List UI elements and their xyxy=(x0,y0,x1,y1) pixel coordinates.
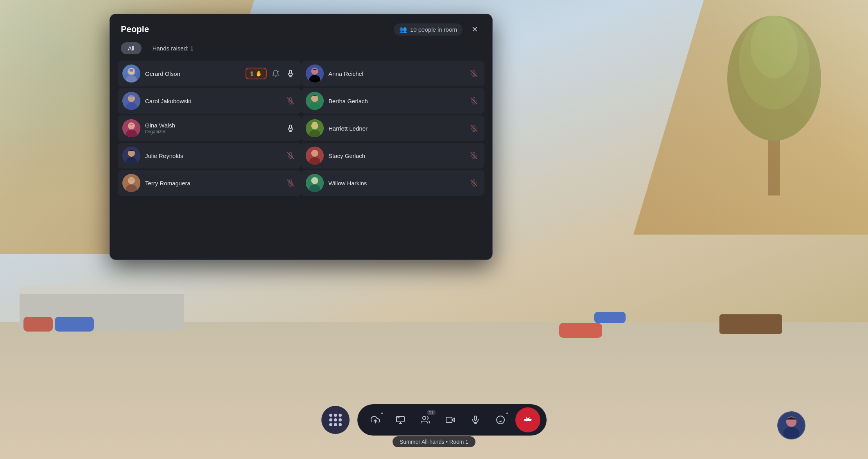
person-name-bertha: Bertha Gerlach xyxy=(328,98,468,104)
svg-line-8 xyxy=(278,71,279,72)
person-actions-stacy xyxy=(468,150,480,161)
mic-icon-anna xyxy=(468,68,480,79)
person-role-gina: Organizer xyxy=(145,129,285,134)
share-icon xyxy=(371,415,380,425)
tabs-row: All Hands raised: 1 xyxy=(110,42,492,61)
person-actions-bertha xyxy=(468,95,480,107)
svg-rect-7 xyxy=(129,69,133,72)
hand-count: 1 xyxy=(250,70,253,77)
apps-button[interactable] xyxy=(321,406,350,434)
person-row-julie[interactable]: Julie Reynolds xyxy=(118,143,301,169)
people-grid: Gerard Olson 1 ✋ xyxy=(110,61,492,197)
main-toolbar: ▲ 11 xyxy=(357,404,547,436)
avatar-julie xyxy=(122,147,140,165)
person-info-gina: Gina Walsh Organizer xyxy=(145,122,285,134)
bottom-toolbar-container: ▲ 11 xyxy=(321,404,547,436)
mic-icon-bertha xyxy=(468,95,480,107)
svg-point-34 xyxy=(128,122,135,129)
share-button[interactable]: ▲ xyxy=(364,408,387,432)
person-row-bertha[interactable]: Bertha Gerlach xyxy=(301,88,484,114)
person-name-julie: Julie Reynolds xyxy=(145,152,285,159)
person-actions-willow xyxy=(468,177,480,189)
svg-point-61 xyxy=(128,177,135,184)
svg-rect-75 xyxy=(396,416,404,422)
person-info-terry: Terry Romaguera xyxy=(145,180,285,186)
person-row-terry[interactable]: Terry Romaguera xyxy=(118,170,301,196)
user-avatar[interactable] xyxy=(777,411,805,439)
person-actions-gina xyxy=(285,122,296,134)
person-info-julie: Julie Reynolds xyxy=(145,152,285,159)
person-row-stacy[interactable]: Stacy Gerlach xyxy=(301,143,484,169)
person-row-gina[interactable]: Gina Walsh Organizer xyxy=(118,115,301,141)
mic-icon-willow xyxy=(468,177,480,189)
person-info-anna: Anna Reichel xyxy=(328,70,468,77)
mic-icon-harriett xyxy=(468,122,480,134)
end-call-button[interactable] xyxy=(515,407,540,432)
mic-toolbar-button[interactable] xyxy=(464,408,487,432)
svg-point-40 xyxy=(311,122,318,129)
person-name-gina: Gina Walsh xyxy=(145,122,285,129)
person-row-harriett[interactable]: Harriett Ledner xyxy=(301,115,484,141)
room-label: Summer All-hands • Room 1 xyxy=(393,436,475,447)
person-actions-julie xyxy=(285,150,296,161)
people-dialog: People 👥 10 people in room ✕ All Hands r… xyxy=(109,14,493,260)
people-toolbar-icon xyxy=(421,415,430,425)
svg-rect-80 xyxy=(474,416,477,420)
bg-right-obj1 xyxy=(559,323,602,338)
avatar-bertha xyxy=(306,92,324,110)
person-info-willow: Willow Harkins xyxy=(328,180,468,186)
svg-point-78 xyxy=(423,416,426,420)
person-name-willow: Willow Harkins xyxy=(328,180,468,186)
avatar-gina xyxy=(122,119,140,137)
person-info-stacy: Stacy Gerlach xyxy=(328,152,468,159)
person-row-anna[interactable]: Anna Reichel xyxy=(301,61,484,86)
tab-hands-raised[interactable]: Hands raised: 1 xyxy=(145,42,201,54)
person-row-willow[interactable]: Willow Harkins xyxy=(301,170,484,196)
camera-button[interactable] xyxy=(439,408,462,432)
content-button[interactable] xyxy=(389,408,412,432)
mic-icon-gina xyxy=(285,122,296,134)
person-row-gerard[interactable]: Gerard Olson 1 ✋ xyxy=(118,61,301,86)
close-button[interactable]: ✕ xyxy=(468,23,481,36)
person-info-carol: Carol Jakubowski xyxy=(145,98,285,104)
person-row-carol[interactable]: Carol Jakubowski xyxy=(118,88,301,114)
svg-point-13 xyxy=(311,68,318,75)
person-actions-harriett xyxy=(468,122,480,134)
mic-icon-stacy xyxy=(468,150,480,161)
avatar-stacy xyxy=(306,147,324,165)
svg-point-54 xyxy=(311,150,318,157)
bg-cushion-red xyxy=(23,317,53,332)
people-button[interactable]: 11 xyxy=(414,408,437,432)
people-count-badge: 👥 10 people in room xyxy=(394,23,463,36)
person-name-carol: Carol Jakubowski xyxy=(145,98,285,104)
bell-icon xyxy=(270,68,282,79)
mic-icon-gerard xyxy=(285,68,296,79)
camera-icon xyxy=(446,415,455,425)
svg-rect-9 xyxy=(290,70,292,74)
hand-raised-badge: 1 ✋ xyxy=(246,68,267,79)
svg-point-83 xyxy=(497,416,504,424)
bg-wall-right xyxy=(633,0,868,235)
bg-cushion-blue xyxy=(55,317,94,332)
dialog-header-right: 👥 10 people in room ✕ xyxy=(394,23,481,36)
reactions-button[interactable]: ▲ xyxy=(489,408,512,432)
svg-rect-36 xyxy=(290,125,292,129)
bg-right-obj2 xyxy=(594,312,626,323)
content-icon xyxy=(396,415,405,425)
person-info-bertha: Bertha Gerlach xyxy=(328,98,468,104)
person-actions-anna xyxy=(468,68,480,79)
dialog-title: People xyxy=(121,24,149,34)
reactions-up-chevron: ▲ xyxy=(505,411,509,415)
people-icon: 👥 xyxy=(399,26,407,33)
tab-all[interactable]: All xyxy=(121,42,142,54)
person-actions-gerard: 1 ✋ xyxy=(246,68,296,79)
mic-icon-julie xyxy=(285,150,296,161)
person-name-stacy: Stacy Gerlach xyxy=(328,152,468,159)
people-count-badge-toolbar: 11 xyxy=(427,410,436,415)
emoji-icon xyxy=(496,415,505,425)
svg-rect-86 xyxy=(524,419,532,421)
hand-emoji: ✋ xyxy=(255,70,262,77)
person-actions-terry xyxy=(285,177,296,189)
person-actions-carol xyxy=(285,95,296,107)
avatar-carol xyxy=(122,92,140,110)
